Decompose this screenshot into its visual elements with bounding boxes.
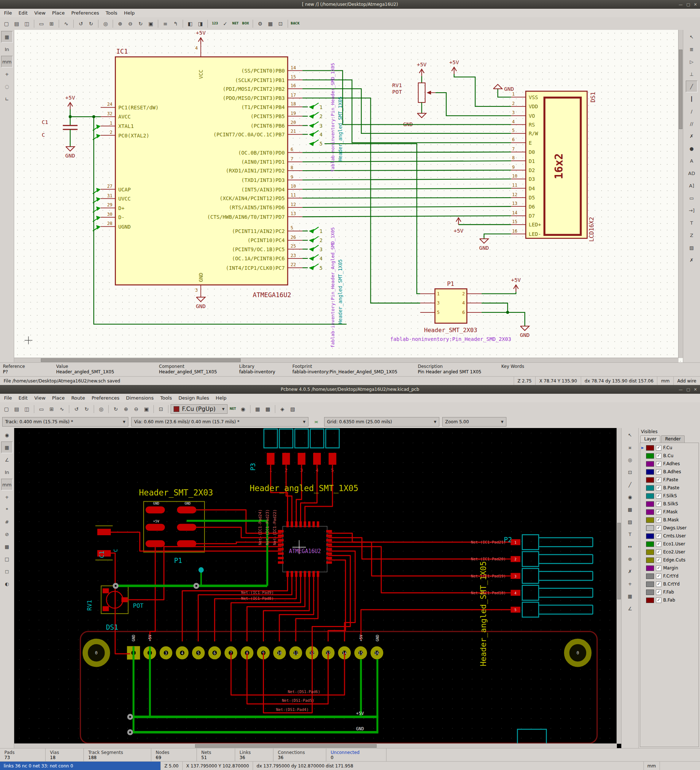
navigate-hierarchy-icon[interactable]: ≡ [160,19,170,28]
layer-color-swatch[interactable] [646,558,654,563]
layer-visibility-checkbox[interactable]: ✓ [656,493,661,499]
undo-icon[interactable]: ↺ [71,404,81,414]
place-component-icon[interactable]: ▷ [686,56,697,68]
hv-wires-icon[interactable]: ∟ [1,93,13,105]
menu-eeschema-preferences[interactable]: Preferences [68,10,102,16]
menu-eeschema-place[interactable]: Place [49,10,68,16]
hidden-pins-icon[interactable]: ◌ [1,81,13,92]
maximize-button[interactable]: ▢ [686,387,690,392]
run-pcbnew-icon[interactable]: ▦ [265,19,275,28]
layer-row[interactable]: ✓B.Paste [640,484,698,492]
layer-color-swatch[interactable] [646,493,654,499]
pcb-hscrollbar[interactable] [14,743,617,748]
menu-pcbnew-design-rules[interactable]: Design Rules [175,395,213,401]
menu-eeschema-file[interactable]: File [1,10,15,16]
import-sheet-pin-icon[interactable]: →] [686,205,697,216]
zones-show-icon[interactable]: ▩ [1,541,13,552]
zones-hide-icon[interactable]: □ [1,553,13,565]
layer-row[interactable]: ✓B.Cu [640,452,698,460]
via-size-dropdown[interactable]: Via: 0.60 mm (23.6 mils)/ 0.40 mm (15.7 … [131,417,309,427]
schematic-hscrollbar[interactable] [14,358,679,362]
footprint-icon[interactable]: ⊡ [276,19,286,28]
eeschema-titlebar[interactable]: [ new /] (/home/user/Desktop/Atmega16U2)… [0,0,700,9]
layer-visibility-checkbox[interactable]: ✓ [656,510,661,515]
place-global-label-icon[interactable]: AD [686,167,697,179]
place-power-icon[interactable]: ⊥ [686,68,697,80]
footprint-editor-icon[interactable]: ⊡ [156,404,166,414]
high-contrast-icon[interactable]: ◐ [1,578,13,590]
netlist-icon[interactable]: NET [230,19,240,28]
drc-icon[interactable]: ◉ [238,404,248,414]
zoom-redraw-icon[interactable]: ↻ [111,404,121,414]
no-connect-icon[interactable]: ✗ [686,130,697,142]
grid-origin-icon[interactable]: ▦ [624,590,636,602]
layer-visibility-checkbox[interactable]: ✓ [656,590,661,595]
menu-pcbnew-file[interactable]: File [1,395,15,401]
cursor-icon[interactable]: ↖ [624,429,636,441]
units-inch-icon[interactable]: In [1,44,13,55]
menu-eeschema-view[interactable]: View [31,10,49,16]
layer-visibility-checkbox[interactable]: ✓ [656,581,661,587]
layer-color-swatch[interactable] [646,445,654,451]
cursor-icon[interactable]: ↖ [686,31,697,43]
layer-row[interactable]: ✓B.CrtYd [640,580,698,588]
netlist-icon[interactable]: NET [228,404,238,414]
erc-icon[interactable]: ✓ [220,19,230,28]
menu-pcbnew-route[interactable]: Route [68,395,88,401]
open-board-icon[interactable]: ▤ [12,404,21,414]
add-footprint-icon[interactable]: ⊡ [624,466,636,478]
new-schematic-icon[interactable]: ▢ [2,19,11,28]
layer-color-swatch[interactable] [646,574,654,579]
close-button[interactable]: ✕ [694,2,697,7]
module-ratsnest-icon[interactable]: # [1,516,13,527]
find-icon[interactable]: ◎ [100,19,110,28]
layer-color-swatch[interactable] [646,510,654,515]
layer-visibility-checkbox[interactable]: ✓ [656,477,661,483]
local-ratsnest-icon[interactable]: ◎ [624,454,636,466]
zoom-fit-icon[interactable]: ▣ [141,404,151,414]
zoom-dropdown[interactable]: Zoom 5.00▼ [442,417,506,427]
bus-to-bus-icon[interactable]: // [686,118,697,129]
cursor-shape-icon[interactable]: + [1,68,13,80]
layer-color-swatch[interactable] [646,526,654,531]
layer-row[interactable]: ▶✓F.Cu [640,444,698,452]
save-project-icon[interactable]: ◫ [22,19,32,28]
place-wire-icon[interactable]: ╱ [686,81,697,92]
place-sheet-icon[interactable]: ▭ [686,192,697,204]
grid-toggle-icon[interactable]: ▦ [1,442,13,453]
layer-color-swatch[interactable] [646,461,654,467]
layer-selector-dropdown[interactable]: F.Cu (PgUp)▼ [171,404,228,414]
place-hier-label-icon[interactable]: A] [686,180,697,191]
layer-row[interactable]: ✓Eco2.User [640,548,698,556]
drc-toggle-icon[interactable]: ◉ [1,429,13,441]
delete-icon[interactable]: ✗ [624,565,636,577]
3d-viewer-icon[interactable]: ▧ [288,404,297,414]
zoom-out-icon[interactable]: ⊖ [131,404,141,414]
redo-icon[interactable]: ↻ [82,404,92,414]
place-line-icon[interactable]: Z [686,229,697,241]
zoom-in-icon[interactable]: ⊕ [115,19,125,28]
layer-color-swatch[interactable] [646,549,654,555]
layer-row[interactable]: ✓F.Mask [640,508,698,516]
layer-visibility-checkbox[interactable]: ✓ [656,453,661,459]
add-target-icon[interactable]: ⊕ [624,553,636,565]
layer-visibility-checkbox[interactable]: ✓ [656,526,661,531]
mode-footprint-icon[interactable]: ▦ [253,404,262,414]
add-dimension-icon[interactable]: ↔ [624,541,636,552]
layer-row[interactable]: ✓F.CrtYd [640,572,698,580]
layer-color-swatch[interactable] [646,565,654,571]
library-browser-icon[interactable]: ◨ [196,19,205,28]
layer-visibility-checkbox[interactable]: ✓ [656,485,661,491]
highlight-net-icon[interactable]: ¤ [624,442,636,453]
layer-row[interactable]: ✓Dwgs.User [640,524,698,532]
place-text-icon[interactable]: T [686,217,697,228]
save-board-icon[interactable]: ◫ [22,404,32,414]
grid-size-dropdown[interactable]: Grid: 0.6350 mm (25.00 mils)▼ [324,417,439,427]
minimize-button[interactable]: — [679,2,682,7]
place-bus-icon[interactable]: ┃ [686,93,697,105]
place-bitmap-icon[interactable]: ▨ [686,242,697,253]
fast-access-icon[interactable]: ◈ [278,404,287,414]
layer-row[interactable]: ✓F.Adhes [640,460,698,468]
layer-visibility-checkbox[interactable]: ✓ [656,574,661,579]
back-annotate-icon[interactable]: BACK [290,19,300,28]
